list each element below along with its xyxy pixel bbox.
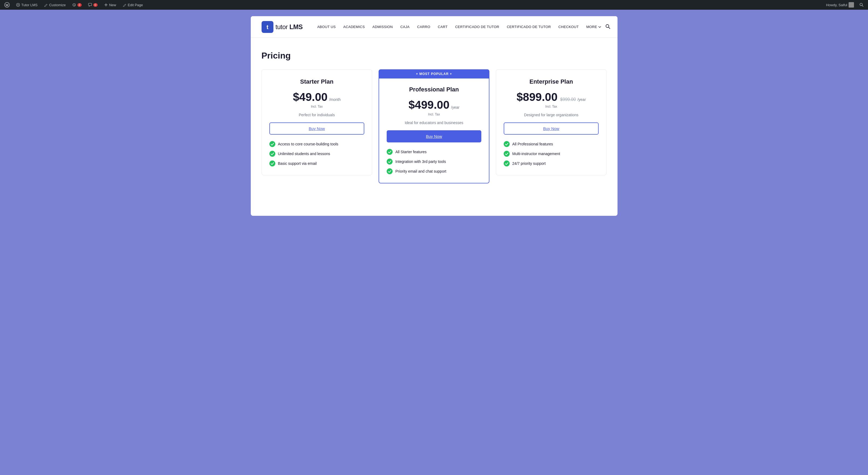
starter-tax: Incl. Tax bbox=[269, 105, 365, 109]
enterprise-feature-1: All Professional features bbox=[504, 141, 599, 147]
check-icon bbox=[269, 151, 275, 157]
enterprise-feature-3-label: 24/7 priority support bbox=[512, 161, 546, 166]
nav-item-cert-tutor-1[interactable]: CERTIFICADO DE TUTOR bbox=[452, 25, 503, 29]
comments-icon bbox=[88, 3, 92, 7]
svg-point-15 bbox=[504, 151, 509, 157]
admin-bar-right: Howdy, Saiful bbox=[825, 2, 865, 7]
updates-badge: 2 bbox=[78, 3, 82, 7]
comments-button[interactable]: 0 bbox=[87, 3, 99, 7]
nav-item-caja[interactable]: CAJA bbox=[397, 25, 413, 29]
professional-features-list: All Starter features Integration with 3r… bbox=[387, 149, 481, 174]
starter-price-row: $49.00 /month bbox=[269, 91, 365, 103]
admin-bar-left: W Tutor LMS Customize 2 0 New bbox=[3, 2, 825, 7]
site-logo[interactable]: t tutor LMS bbox=[261, 21, 303, 33]
starter-period: /month bbox=[329, 97, 341, 102]
admin-search-button[interactable] bbox=[858, 3, 865, 7]
enterprise-price-row: $899.00 $999.00 /year bbox=[504, 91, 599, 103]
enterprise-description: Designed for large organizations bbox=[504, 113, 599, 117]
site-name-button[interactable]: Tutor LMS bbox=[15, 3, 38, 7]
howdy-label: Howdy, Saiful bbox=[826, 3, 847, 7]
professional-feature-1: All Starter features bbox=[387, 149, 481, 155]
professional-buy-button[interactable]: Buy Now bbox=[387, 130, 481, 142]
professional-period: /year bbox=[451, 105, 460, 110]
professional-feature-2-label: Integration with 3rd party tools bbox=[395, 159, 446, 164]
starter-price: $49.00 bbox=[293, 91, 328, 103]
logo-text: tutor LMS bbox=[276, 23, 303, 31]
check-icon bbox=[387, 149, 393, 155]
professional-price: $499.00 bbox=[408, 98, 450, 111]
site-header: t tutor LMS ABOUT US ACADEMICS ADMISSION… bbox=[251, 16, 618, 38]
site-name-label: Tutor LMS bbox=[21, 3, 37, 7]
professional-description: Ideal for educators and businesses bbox=[387, 121, 481, 125]
nav-item-more[interactable]: MORE bbox=[583, 25, 605, 29]
nav-item-admission[interactable]: ADMISSION bbox=[369, 25, 397, 29]
professional-plan-name: Professional Plan bbox=[387, 86, 481, 93]
professional-price-row: $499.00 /year bbox=[387, 98, 481, 111]
starter-plan-card: Starter Plan $49.00 /month Incl. Tax Per… bbox=[261, 69, 372, 175]
starter-feature-3-label: Basic support via email bbox=[278, 161, 317, 166]
enterprise-feature-2: Multi-instructor management bbox=[504, 151, 599, 157]
pricing-title: Pricing bbox=[261, 51, 607, 61]
svg-point-10 bbox=[269, 160, 275, 167]
user-avatar bbox=[848, 2, 854, 7]
nav-item-carro[interactable]: CARRO bbox=[413, 25, 434, 29]
professional-tax: Incl. Tax bbox=[387, 113, 481, 116]
enterprise-plan-name: Enterprise Plan bbox=[504, 78, 599, 85]
edit-page-button[interactable]: Edit Page bbox=[122, 3, 144, 7]
nav-item-checkout[interactable]: CHECKOUT bbox=[555, 25, 583, 29]
customize-button[interactable]: Customize bbox=[43, 3, 67, 7]
enterprise-feature-1-label: All Professional features bbox=[512, 142, 553, 146]
check-icon bbox=[269, 160, 275, 167]
pricing-grid: Starter Plan $49.00 /month Incl. Tax Per… bbox=[261, 69, 607, 183]
comments-badge: 0 bbox=[93, 3, 98, 7]
check-icon bbox=[269, 141, 275, 147]
new-label: New bbox=[109, 3, 116, 7]
enterprise-original-price: $999.00 bbox=[560, 97, 576, 102]
starter-description: Perfect for individuals bbox=[269, 113, 365, 117]
starter-features-list: Access to core course-building tools Unl… bbox=[269, 141, 365, 167]
site-icon bbox=[16, 3, 20, 7]
svg-point-14 bbox=[504, 141, 509, 147]
updates-button[interactable]: 2 bbox=[71, 3, 83, 7]
chevron-down-icon bbox=[598, 25, 601, 29]
nav-item-about-us[interactable]: ABOUT US bbox=[313, 25, 340, 29]
nav-item-cart[interactable]: CART bbox=[434, 25, 452, 29]
edit-icon bbox=[123, 3, 126, 7]
starter-buy-button[interactable]: Buy Now bbox=[269, 122, 365, 135]
howdy-button[interactable]: Howdy, Saiful bbox=[825, 2, 855, 7]
enterprise-buy-button[interactable]: Buy Now bbox=[504, 122, 599, 135]
popular-badge: + MOST POPULAR + bbox=[379, 69, 489, 79]
starter-feature-2-label: Unlimited students and lessons bbox=[278, 152, 330, 156]
enterprise-features-list: All Professional features Multi-instruct… bbox=[504, 141, 599, 167]
wp-logo-button[interactable]: W bbox=[3, 2, 11, 7]
nav-item-cert-tutor-2[interactable]: CERTIFICADO DE TUTOR bbox=[503, 25, 554, 29]
professional-feature-3: Priority email and chat support bbox=[387, 168, 481, 174]
enterprise-tax: Incl. Tax bbox=[504, 105, 599, 109]
site-nav: ABOUT US ACADEMICS ADMISSION CAJA CARRO … bbox=[313, 24, 611, 30]
nav-item-academics[interactable]: ACADEMICS bbox=[340, 25, 369, 29]
enterprise-period: /year bbox=[577, 97, 586, 102]
admin-bar: W Tutor LMS Customize 2 0 New bbox=[0, 0, 868, 10]
new-button[interactable]: New bbox=[103, 3, 117, 7]
professional-feature-2: Integration with 3rd party tools bbox=[387, 158, 481, 165]
starter-feature-3: Basic support via email bbox=[269, 160, 365, 167]
edit-page-label: Edit Page bbox=[128, 3, 143, 7]
new-icon bbox=[104, 3, 108, 7]
professional-feature-1-label: All Starter features bbox=[395, 150, 427, 154]
site-search-button[interactable] bbox=[605, 24, 611, 30]
svg-point-11 bbox=[387, 149, 393, 155]
svg-point-16 bbox=[504, 160, 509, 167]
check-icon bbox=[504, 160, 509, 167]
logo-icon: t bbox=[261, 21, 273, 33]
updates-icon bbox=[72, 3, 76, 7]
professional-plan-card: Professional Plan $499.00 /year Incl. Ta… bbox=[379, 79, 489, 183]
wp-logo-icon: W bbox=[4, 2, 10, 7]
main-content: Pricing Starter Plan $49.00 /month Incl.… bbox=[251, 38, 618, 200]
svg-text:t: t bbox=[267, 24, 269, 30]
svg-point-13 bbox=[387, 168, 393, 174]
professional-feature-3-label: Priority email and chat support bbox=[395, 169, 446, 173]
svg-text:W: W bbox=[6, 3, 9, 7]
svg-point-7 bbox=[606, 25, 609, 28]
enterprise-plan-card: Enterprise Plan $899.00 $999.00 /year In… bbox=[496, 69, 607, 175]
starter-feature-1: Access to core course-building tools bbox=[269, 141, 365, 147]
